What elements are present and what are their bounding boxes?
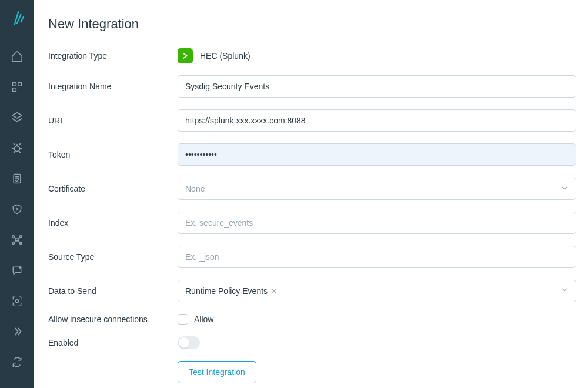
row-integration-type: Integration Type HEC (Splunk) (48, 48, 576, 63)
toggle-knob (179, 337, 189, 348)
svg-rect-0 (13, 83, 16, 86)
label-integration-name: Integration Name (48, 82, 178, 91)
svg-rect-1 (18, 83, 22, 86)
tag-label: Runtime Policy Events (185, 286, 268, 296)
row-allow-insecure: Allow insecure connections Allow (48, 314, 576, 325)
row-certificate: Certificate None (48, 178, 576, 200)
row-test-button: Test Integration (48, 361, 576, 383)
svg-point-11 (16, 300, 19, 303)
enabled-toggle[interactable] (178, 336, 200, 349)
chevron-down-icon (560, 286, 569, 296)
index-input[interactable] (178, 212, 576, 234)
network-icon[interactable] (10, 233, 24, 247)
svg-point-3 (14, 146, 19, 151)
label-source-type: Source Type (48, 252, 178, 262)
shield-icon[interactable] (10, 202, 24, 216)
row-source-type: Source Type (48, 246, 576, 268)
home-icon[interactable] (10, 49, 24, 63)
layers-icon[interactable] (10, 111, 24, 125)
main-content: New Integration Integration Type HEC (Sp… (34, 0, 588, 388)
url-input[interactable] (178, 109, 576, 132)
splunk-badge-icon (178, 48, 193, 63)
label-index: Index (48, 218, 178, 228)
label-enabled: Enabled (48, 338, 178, 347)
allow-insecure-checkbox[interactable] (178, 314, 188, 325)
label-allow-insecure: Allow insecure connections (48, 315, 178, 324)
certificate-placeholder: None (185, 184, 205, 193)
row-data-to-send: Data to Send Runtime Policy Events ✕ (48, 280, 576, 302)
label-integration-type: Integration Type (48, 51, 178, 61)
row-token: Token (48, 143, 576, 166)
label-data-to-send: Data to Send (48, 286, 178, 296)
label-url: URL (48, 116, 178, 125)
row-index: Index (48, 212, 576, 234)
label-certificate: Certificate (48, 184, 178, 193)
token-input[interactable] (178, 143, 576, 166)
row-enabled: Enabled (48, 336, 576, 349)
svg-point-10 (19, 266, 21, 269)
integration-type-value: HEC (Splunk) (200, 51, 250, 61)
sync-icon[interactable] (10, 355, 24, 369)
chat-icon[interactable] (10, 263, 24, 277)
apps-icon[interactable] (10, 80, 24, 94)
integration-name-input[interactable] (178, 75, 576, 98)
svg-rect-2 (13, 88, 16, 92)
logo-icon (9, 11, 25, 28)
source-type-input[interactable] (178, 246, 576, 268)
data-to-send-select[interactable]: Runtime Policy Events ✕ (178, 280, 576, 302)
tag-remove-icon[interactable]: ✕ (271, 287, 278, 296)
row-integration-name: Integration Name (48, 75, 576, 98)
row-url: URL (48, 109, 576, 132)
certificate-select[interactable]: None (178, 178, 576, 200)
scan-icon[interactable] (10, 294, 24, 308)
page-title: New Integration (48, 16, 576, 32)
allow-insecure-checkbox-label: Allow (194, 315, 213, 324)
selected-tag: Runtime Policy Events ✕ (183, 285, 280, 297)
chevron-down-icon (560, 184, 569, 194)
report-icon[interactable] (10, 172, 24, 186)
bug-icon[interactable] (10, 141, 24, 155)
label-token: Token (48, 150, 178, 159)
expand-icon[interactable] (10, 325, 24, 339)
sidebar (0, 0, 34, 388)
test-integration-button[interactable]: Test Integration (178, 361, 256, 383)
